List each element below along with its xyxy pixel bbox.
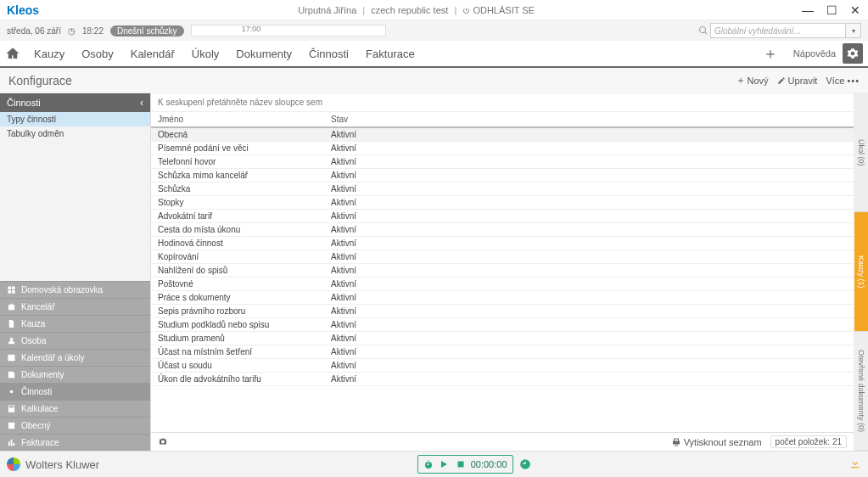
col-header-jmeno[interactable]: Jméno bbox=[151, 112, 324, 126]
timer-clock-button[interactable] bbox=[518, 457, 532, 471]
action-vice[interactable]: Více ••• bbox=[826, 76, 860, 86]
table-row[interactable]: PoštovnéAktivní bbox=[151, 278, 854, 291]
sidebar-nav-kauza[interactable]: Kauza bbox=[0, 315, 150, 332]
cell-stav: Aktivní bbox=[324, 155, 854, 168]
window-minimize-button[interactable]: — bbox=[798, 3, 817, 17]
group-by-bar[interactable]: K seskupení přetáhněte název sloupce sem bbox=[151, 93, 854, 112]
cell-stav: Aktivní bbox=[324, 128, 854, 141]
sidebar-item-tabulky-odmen[interactable]: Tabulky odměn bbox=[0, 126, 150, 141]
gear-icon bbox=[7, 387, 16, 396]
table-row[interactable]: Studium pramenůAktivní bbox=[151, 332, 854, 345]
table-row[interactable]: KopírováníAktivní bbox=[151, 250, 854, 264]
sidebar-nav-list: Domovská obrazovka Kancelář Kauza Osoba … bbox=[0, 281, 150, 451]
nav-help-link[interactable]: Nápověda bbox=[793, 48, 836, 59]
nav-add-button[interactable]: ＋ bbox=[761, 44, 780, 63]
nav-fakturace[interactable]: Fakturace bbox=[357, 41, 423, 66]
strip-ukol[interactable]: Úkol (0) bbox=[854, 93, 868, 212]
date-label: středa, 06 září bbox=[7, 26, 61, 36]
grid-icon bbox=[7, 285, 16, 295]
sidebar-nav-cinnosti[interactable]: Činnosti bbox=[0, 383, 150, 400]
cell-jmeno: Kopírování bbox=[151, 250, 324, 263]
gear-icon bbox=[847, 48, 859, 59]
cell-jmeno: Schůzka bbox=[151, 182, 324, 195]
cell-jmeno: Cesta do místa úkonu bbox=[151, 223, 324, 236]
power-icon bbox=[462, 7, 470, 14]
cell-stav: Aktivní bbox=[324, 169, 854, 182]
cell-jmeno: Písemné podání ve věci bbox=[151, 142, 324, 154]
sidebar-item-typy-cinnosti[interactable]: Typy činností bbox=[0, 112, 150, 126]
cell-jmeno: Poštovné bbox=[151, 278, 324, 290]
table-row[interactable]: Sepis právního rozboruAktivní bbox=[151, 305, 854, 318]
table-row[interactable]: Účast na místním šetřeníAktivní bbox=[151, 345, 854, 359]
print-list-button[interactable]: Vytisknout seznam bbox=[671, 437, 762, 447]
table-row[interactable]: Práce s dokumentyAktivní bbox=[151, 291, 854, 305]
cell-jmeno: Hodinová činnost bbox=[151, 237, 324, 250]
table-row[interactable]: SchůzkaAktivní bbox=[151, 182, 854, 196]
strip-kauzy[interactable]: Kauzy (1) bbox=[854, 212, 868, 331]
window-maximize-button[interactable]: ☐ bbox=[822, 3, 841, 17]
timer-display[interactable]: 00:00:00 bbox=[417, 455, 513, 474]
camera-icon[interactable] bbox=[158, 439, 168, 448]
nav-dokumenty[interactable]: Dokumenty bbox=[227, 41, 300, 66]
table-row[interactable]: Úkon dle advokátního tarifuAktivní bbox=[151, 373, 854, 386]
window-titlebar: Kleos Urputná Jiřína | czech republic te… bbox=[0, 0, 868, 20]
window-close-button[interactable]: ✕ bbox=[846, 3, 865, 17]
sidebar-nav-kalkulace[interactable]: Kalkulace bbox=[0, 400, 150, 417]
day-timeline[interactable]: 17:00 bbox=[191, 25, 386, 36]
sidebar-nav-obecny[interactable]: Obecný bbox=[0, 417, 150, 434]
user-icon bbox=[7, 336, 16, 345]
table-row[interactable]: Advokátní tarifAktivní bbox=[151, 210, 854, 223]
sidebar-nav-fakturace[interactable]: Fakturace bbox=[0, 434, 150, 451]
nav-kalendar[interactable]: Kalendář bbox=[122, 41, 183, 66]
table-row[interactable]: Nahlížení do spisůAktivní bbox=[151, 264, 854, 278]
app-brand: Kleos bbox=[7, 3, 39, 17]
table-row[interactable]: Schůzka mimo kancelářAktivní bbox=[151, 169, 854, 182]
printer-icon bbox=[671, 437, 681, 447]
global-search-input[interactable] bbox=[710, 23, 846, 38]
cell-jmeno: Telefonní hovor bbox=[151, 155, 324, 168]
table-row[interactable]: ObecnáAktivní bbox=[151, 128, 854, 142]
titlebar-center: Urputná Jiřína | czech republic test | O… bbox=[39, 5, 793, 15]
nav-cinnosti[interactable]: Činnosti bbox=[300, 41, 357, 66]
timer-play-button[interactable] bbox=[437, 457, 451, 471]
table-row[interactable]: Telefonní hovorAktivní bbox=[151, 155, 854, 169]
timer-controls: 00:00:00 bbox=[417, 455, 532, 474]
action-upravit[interactable]: Upravit bbox=[777, 76, 818, 86]
doc-icon bbox=[7, 370, 16, 379]
sidebar-nav-domov[interactable]: Domovská obrazovka bbox=[0, 281, 150, 298]
strip-dokumenty[interactable]: Otevřené dokumenty (0) bbox=[854, 332, 868, 451]
table-row[interactable]: Hodinová činnostAktivní bbox=[151, 237, 854, 250]
main-panel: K seskupení přetáhněte název sloupce sem… bbox=[151, 93, 854, 451]
sidebar-nav-kancelar[interactable]: Kancelář bbox=[0, 298, 150, 315]
table-row[interactable]: Studium podkladů nebo spisuAktivní bbox=[151, 318, 854, 332]
table-row[interactable]: StopkyAktivní bbox=[151, 196, 854, 210]
sidebar-nav-dokumenty[interactable]: Dokumenty bbox=[0, 366, 150, 383]
table-row[interactable]: Písemné podání ve věciAktivní bbox=[151, 142, 854, 155]
nav-settings-button[interactable] bbox=[843, 43, 863, 64]
cell-jmeno: Studium podkladů nebo spisu bbox=[151, 318, 324, 331]
home-icon[interactable] bbox=[5, 46, 20, 61]
today-meetings-badge[interactable]: Dnešní schůzky bbox=[110, 25, 184, 36]
col-header-stav[interactable]: Stav bbox=[324, 112, 854, 126]
download-icon[interactable] bbox=[849, 457, 861, 471]
global-search-dropdown[interactable]: ▾ bbox=[846, 23, 861, 38]
table-footer: Vytisknout seznam počet položek: 21 bbox=[151, 432, 854, 451]
action-novy[interactable]: Nový bbox=[736, 76, 769, 86]
more-dots-icon: ••• bbox=[847, 76, 860, 86]
table-row[interactable]: Cesta do místa úkonuAktivní bbox=[151, 223, 854, 237]
nav-osoby[interactable]: Osoby bbox=[73, 41, 122, 66]
cell-stav: Aktivní bbox=[324, 250, 854, 263]
table-row[interactable]: Účast u souduAktivní bbox=[151, 359, 854, 373]
company-label: Wolters Kluwer bbox=[25, 458, 99, 471]
calendar-icon bbox=[7, 353, 16, 362]
sidebar-nav-osoba[interactable]: Osoba bbox=[0, 332, 150, 349]
table-header-row: Jméno Stav bbox=[151, 112, 854, 128]
logout-link[interactable]: ODHLÁSIT SE bbox=[462, 5, 535, 15]
nav-kauzy[interactable]: Kauzy bbox=[25, 41, 73, 66]
sidebar-nav-kalendar[interactable]: Kalendář a úkoly bbox=[0, 349, 150, 366]
cell-stav: Aktivní bbox=[324, 305, 854, 317]
timer-stop-button[interactable] bbox=[454, 457, 468, 471]
nav-ukoly[interactable]: Úkoly bbox=[183, 41, 228, 66]
sidebar-header[interactable]: Činnosti ‹ bbox=[0, 93, 150, 112]
table-body: ObecnáAktivníPísemné podání ve věciAktiv… bbox=[151, 128, 854, 432]
